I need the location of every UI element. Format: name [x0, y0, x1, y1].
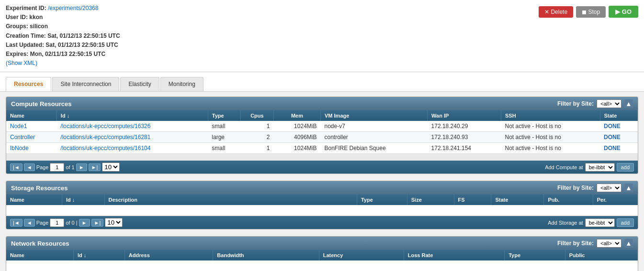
- network-filter-select[interactable]: <all>: [597, 239, 621, 248]
- compute-col-type: Type: [208, 110, 240, 121]
- storage-col-state: State: [491, 195, 544, 205]
- storage-col-pub: Pub.: [544, 195, 593, 205]
- compute-row-wanip: 172.18.240.93: [428, 132, 501, 143]
- network-header: Network Resources Filter by Site: <all> …: [6, 237, 638, 250]
- compute-row-ssh: Not active - Host is no: [501, 121, 600, 132]
- storage-title: Storage Resources: [11, 184, 68, 192]
- compute-row-cpus: 1: [240, 143, 273, 154]
- compute-row-wanip: 172.18.240.29: [428, 121, 501, 132]
- network-collapse-btn[interactable]: ▲: [624, 239, 633, 248]
- compute-col-state: State: [600, 110, 638, 121]
- top-bar: Experiment ID: /experiments/20368 User I…: [0, 0, 644, 72]
- content: Compute Resources Filter by Site: <all> …: [0, 92, 644, 271]
- network-col-bandwidth: Bandwidth: [213, 250, 319, 260]
- storage-table: Name Id ↓ Description Type Size FS State…: [6, 195, 638, 216]
- user-id-value: kkon: [29, 14, 43, 21]
- compute-row-type: large: [208, 132, 240, 143]
- network-table: Name Id ↓ Address Bandwidth Latency Loss…: [6, 250, 638, 271]
- storage-perpage-select[interactable]: 10 25 50: [105, 218, 123, 227]
- compute-filter-select[interactable]: <all>: [597, 99, 621, 108]
- compute-row-type: small: [208, 143, 240, 154]
- storage-filter-label: Filter by Site:: [557, 184, 594, 191]
- action-buttons: ✕ Delete ◼ Stop ▶ GO: [539, 6, 638, 18]
- compute-row-ssh: Not active - Host is no: [501, 132, 600, 143]
- tab-resources[interactable]: Resources: [6, 77, 51, 91]
- storage-col-id: Id ↓: [62, 195, 104, 205]
- storage-add-button[interactable]: add: [617, 218, 634, 227]
- compute-row-cpus: 2: [240, 132, 273, 143]
- table-row: IbNode /locations/uk-epcc/computes/16104…: [6, 143, 638, 154]
- show-xml-link[interactable]: (Show XML): [6, 60, 37, 66]
- storage-filter-select[interactable]: <all>: [597, 184, 621, 192]
- storage-next-page-btn[interactable]: ►: [79, 219, 90, 227]
- network-filter: Filter by Site: <all> ▲: [557, 239, 633, 248]
- network-empty-row: [6, 260, 638, 271]
- compute-row-mem: 1024MiB: [273, 143, 320, 154]
- network-col-type: Type: [505, 250, 565, 260]
- compute-row-mem: 1024MiB: [273, 121, 320, 132]
- network-col-id: Id ↓: [73, 250, 124, 260]
- tab-elasticity[interactable]: Elasticity: [120, 77, 159, 91]
- compute-row-cpus: 1: [240, 121, 273, 132]
- stop-button[interactable]: ◼ Stop: [576, 6, 606, 18]
- compute-table: Name Id ↓ Type Cpus Mem VM Image Wan IP …: [6, 110, 638, 154]
- storage-col-size: Size: [407, 195, 454, 205]
- storage-page-input[interactable]: [50, 218, 64, 227]
- compute-next-page-btn[interactable]: ►: [76, 163, 87, 171]
- go-button[interactable]: ▶ GO: [609, 6, 638, 18]
- experiment-id-link[interactable]: /experiments/20368: [48, 5, 98, 11]
- network-col-public: Public: [565, 250, 637, 260]
- compute-row-vmimage: BonFIRE Debian Squee: [320, 143, 427, 154]
- compute-filter: Filter by Site: <all> ▲: [557, 99, 633, 108]
- compute-row-wanip: 172.18.241.154: [428, 143, 501, 154]
- groups-label: Groups:: [6, 23, 28, 30]
- compute-page-label: Page: [36, 164, 49, 170]
- compute-row-id: /locations/uk-epcc/computes/16104: [56, 143, 208, 154]
- storage-last-page-btn[interactable]: ►|: [91, 219, 104, 227]
- compute-row-vmimage: controller: [320, 132, 427, 143]
- table-row: Node1 /locations/uk-epcc/computes/16326 …: [6, 121, 638, 132]
- compute-add-site-select[interactable]: be-ibbt: [585, 163, 615, 172]
- compute-row-vmimage: node-v7: [320, 121, 427, 132]
- expires-value: Mon, 02/11/13 22:50:15 UTC: [30, 51, 105, 57]
- compute-scroll-row: [6, 154, 638, 161]
- compute-perpage-select[interactable]: 10 25 50: [102, 163, 120, 172]
- network-col-address: Address: [124, 250, 213, 260]
- compute-col-mem: Mem: [273, 110, 320, 121]
- compute-pagination-controls: |◄ ◄ Page of 1 ► ►| 10 25 50: [10, 163, 120, 172]
- storage-col-type: Type: [357, 195, 407, 205]
- delete-button[interactable]: ✕ Delete: [539, 6, 573, 18]
- tab-monitoring[interactable]: Monitoring: [160, 77, 203, 91]
- network-section: Network Resources Filter by Site: <all> …: [6, 236, 638, 271]
- compute-first-page-btn[interactable]: |◄: [10, 163, 23, 171]
- storage-collapse-btn[interactable]: ▲: [624, 184, 633, 192]
- storage-add-site-select[interactable]: be-ibbt: [585, 218, 615, 227]
- compute-col-ssh: SSH: [501, 110, 600, 121]
- compute-prev-page-btn[interactable]: ◄: [24, 163, 35, 171]
- compute-col-id: Id ↓: [56, 110, 208, 121]
- compute-of-label: of 1: [66, 164, 74, 170]
- compute-add-button[interactable]: add: [617, 163, 634, 172]
- tab-site-interconnection[interactable]: Site Interconnection: [52, 77, 119, 91]
- compute-add-section: Add Compute at be-ibbt add: [545, 163, 634, 172]
- updated-value: Sat, 01/12/13 22:50:15 UTC: [45, 42, 118, 48]
- compute-section: Compute Resources Filter by Site: <all> …: [6, 97, 638, 174]
- storage-col-description: Description: [104, 195, 357, 205]
- compute-row-state: DONE: [600, 121, 638, 132]
- compute-page-input[interactable]: [50, 163, 64, 172]
- compute-row-id: /locations/uk-epcc/computes/16281: [56, 132, 208, 143]
- expires-label: Expires:: [6, 51, 28, 57]
- storage-empty-row: [6, 205, 638, 216]
- compute-pagination-bar: |◄ ◄ Page of 1 ► ►| 10 25 50 Add Compute…: [6, 161, 638, 173]
- storage-col-per: Per.: [593, 195, 637, 205]
- groups-value: silicon: [30, 23, 48, 30]
- compute-add-label: Add Compute at: [545, 164, 583, 170]
- compute-row-name: IbNode: [6, 143, 56, 154]
- compute-collapse-btn[interactable]: ▲: [624, 99, 633, 108]
- compute-last-page-btn[interactable]: ►|: [89, 163, 101, 171]
- storage-section: Storage Resources Filter by Site: <all> …: [6, 181, 638, 229]
- network-col-name: Name: [6, 250, 73, 260]
- storage-prev-page-btn[interactable]: ◄: [24, 219, 35, 227]
- storage-first-page-btn[interactable]: |◄: [10, 219, 23, 227]
- storage-filter: Filter by Site: <all> ▲: [557, 184, 633, 192]
